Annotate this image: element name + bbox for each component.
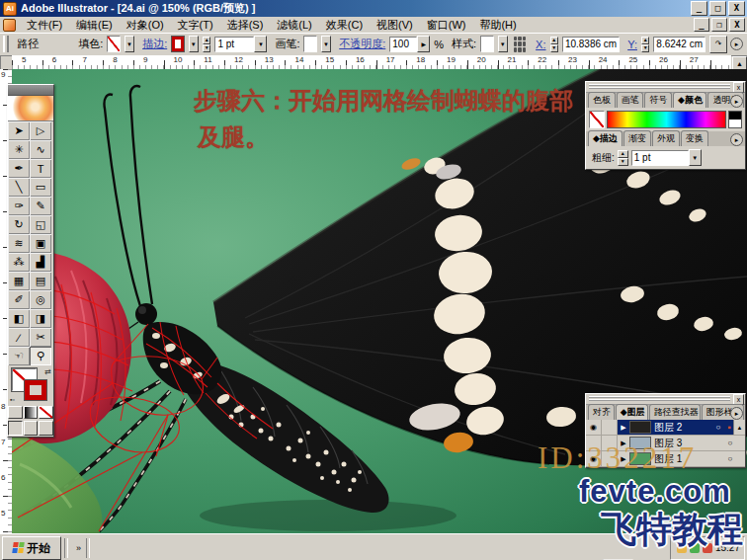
document-icon[interactable] [3,19,16,32]
tab-路径查找器[interactable]: 路径查找器 [649,404,701,420]
target-circle-icon[interactable]: ○ [711,420,725,435]
magic-wand-tool[interactable]: ✳ [8,140,30,159]
stroke-panel-menu-button[interactable]: ▸ [730,133,743,146]
layers-scroll-up-arrow[interactable]: ▲ [733,420,745,435]
slice-tool[interactable]: ∕ [8,328,30,347]
color-spectrum-bar[interactable] [607,111,726,128]
default-fill-stroke-icon[interactable]: ▪▫ [10,396,15,403]
eyedropper-tool[interactable]: ✐ [8,290,30,309]
color-panel-menu-button[interactable]: ▸ [730,95,743,108]
layer-row[interactable]: ◉▶图层 2○▪▲ [586,420,745,436]
layer-row-body[interactable]: ▶图层 2○▪ [618,420,733,435]
graph-tool[interactable]: ▟ [30,253,51,272]
gradient-tool[interactable]: ▤ [30,272,51,290]
menu-item-1[interactable]: 文件(F) [20,17,69,34]
full-screen-mode-button[interactable] [39,421,53,436]
go-to-bridge-icon[interactable]: ↷ [709,36,727,53]
black-white-swatches[interactable] [728,111,742,128]
mesh-tool[interactable]: ▦ [8,272,30,290]
color-mode-button[interactable] [8,406,23,419]
panel-close-icon[interactable]: x [733,394,744,405]
fill-swatch[interactable] [107,36,120,52]
doc-close-button[interactable]: X [729,18,745,32]
panel-close-icon[interactable]: x [733,82,744,93]
tab-变换[interactable]: 变换 [681,130,708,146]
menu-item-6[interactable]: 滤镜(L) [270,17,318,34]
stroke-weight-field[interactable]: 1 pt [214,37,254,52]
stroke-weight-stepper[interactable]: ▲▼ [203,37,210,52]
y-field[interactable]: 8.6242 cm [653,37,706,52]
lasso-tool[interactable]: ∿ [30,140,51,159]
brush-swatch[interactable] [303,36,316,52]
tab-描边[interactable]: ◆描边 [588,130,622,146]
toolbox-title-bar[interactable] [8,85,53,96]
tab-图层[interactable]: ◆图层 [616,404,648,420]
start-button[interactable]: 开始 [2,536,61,560]
rectangle-tool[interactable]: ▭ [30,178,51,197]
opacity-field[interactable]: 100 [389,37,417,52]
none-color-swatch[interactable] [589,111,605,128]
stroke-dropdown-arrow[interactable]: ▼ [189,36,199,52]
x-field[interactable]: 10.8386 cm [562,37,620,52]
menu-item-4[interactable]: 文字(T) [171,17,220,34]
pen-tool[interactable]: ✒ [8,159,30,178]
menu-item-3[interactable]: 对象(O) [120,17,171,34]
tab-画笔[interactable]: 画笔 [617,92,644,108]
scissors-tool[interactable]: ✂ [30,328,51,347]
menu-item-10[interactable]: 帮助(H) [472,17,523,34]
menu-item-8[interactable]: 视图(V) [370,17,420,34]
menu-item-2[interactable]: 编辑(E) [69,17,120,34]
maximize-button[interactable]: □ [709,1,726,16]
zoom-tool[interactable]: ⚲ [30,347,51,365]
pencil-tool[interactable]: ✎ [30,197,51,215]
minimize-button[interactable]: _ [691,1,707,16]
tab-渐变[interactable]: 渐变 [623,130,651,146]
gradient-mode-button[interactable] [24,406,39,419]
scale-tool[interactable]: ◱ [30,215,51,234]
rotate-tool[interactable]: ↻ [8,215,30,234]
direct-selection-tool[interactable]: ▷ [30,121,51,140]
full-screen-menu-mode-button[interactable] [24,421,39,436]
control-bar-grip[interactable] [3,36,9,52]
selection-tool[interactable]: ➤ [8,121,30,140]
swap-fill-stroke-icon[interactable]: ⇄ [44,367,51,376]
menu-item-9[interactable]: 窗口(W) [420,17,473,34]
visibility-eye-icon[interactable]: ◉ [586,420,602,435]
line-segment-tool[interactable]: ╲ [8,178,30,197]
paintbrush-tool[interactable]: ✑ [8,197,30,215]
y-stepper[interactable]: ▲▼ [641,37,649,52]
tab-对齐[interactable]: 对齐 [588,404,615,420]
free-transform-tool[interactable]: ▣ [30,234,51,253]
type-tool[interactable]: T [30,159,51,178]
doc-minimize-button[interactable]: _ [694,18,709,32]
toolbox-stroke-swatch[interactable] [25,380,46,400]
menu-item-5[interactable]: 选择(S) [220,17,271,34]
close-button[interactable]: X [728,1,745,16]
stroke-weight-dropdown[interactable]: ▼ [254,36,267,52]
blend-tool[interactable]: ◎ [30,290,51,309]
target-circle-icon[interactable]: ○ [723,451,737,466]
panel-stroke-weight-field[interactable]: 1 pt [631,150,689,166]
style-dropdown-arrow[interactable]: ▼ [498,36,508,52]
menu-item-7[interactable]: 效果(C) [319,17,370,34]
stroke-label[interactable]: 描边: [142,37,167,51]
live-paint-bucket-tool[interactable]: ◧ [8,309,30,328]
quick-launch-overflow-chevron[interactable]: » [74,543,83,553]
tab-颜色[interactable]: ◆颜色 [673,92,706,108]
doc-restore-button[interactable]: ❐ [711,18,727,32]
live-paint-selection-tool[interactable]: ◨ [30,309,51,328]
warp-tool[interactable]: ≋ [8,234,30,253]
style-swatch[interactable] [480,36,493,52]
x-stepper[interactable]: ▲▼ [550,37,558,52]
tab-符号[interactable]: 符号 [644,92,672,108]
brush-dropdown-arrow[interactable]: ▼ [321,36,331,52]
panel-stroke-weight-stepper[interactable]: ▲▼ [618,150,628,166]
none-mode-button[interactable] [39,406,53,419]
opacity-label[interactable]: 不透明度: [339,37,385,51]
lock-toggle[interactable] [602,420,618,435]
stroke-swatch[interactable] [171,36,184,52]
panel-stroke-weight-dropdown[interactable]: ▼ [689,149,702,166]
horizontal-ruler[interactable]: 5678910111213141516171819202122232425262… [12,55,731,70]
tab-色板[interactable]: 色板 [588,92,616,108]
control-bar-menu-button[interactable]: ▸ [730,38,743,50]
